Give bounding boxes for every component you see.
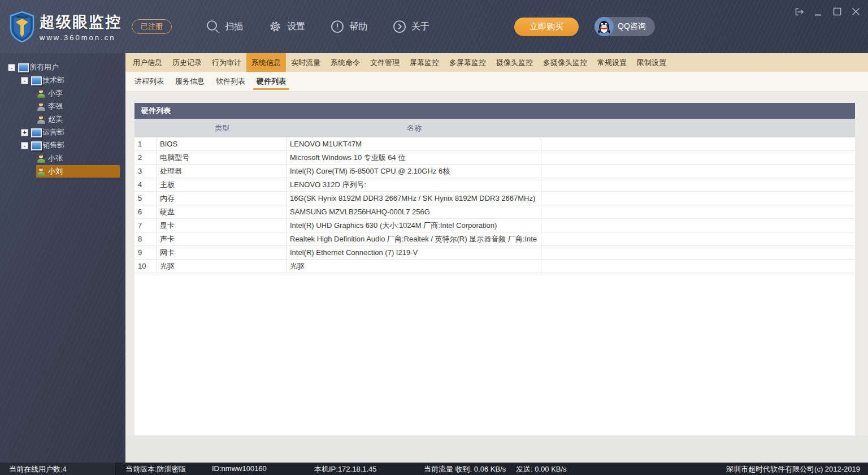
table-row[interactable]: 9 网卡 Intel(R) Ethernet Connection (7) I2… (134, 246, 855, 260)
main-tab[interactable]: 行为审计 (207, 53, 246, 72)
sub-tab[interactable]: 软件列表 (210, 72, 251, 91)
main-tab[interactable]: 系统信息 (246, 53, 286, 72)
row-number: 10 (134, 260, 157, 273)
computer-icon (31, 128, 41, 137)
status-bar: 当前在线用户数:4 当前版本:防泄密版 ID:nmww100160 本机IP:1… (0, 463, 868, 475)
header-nav: 扫描 设置 帮助 关于 (206, 19, 429, 34)
app-url: www.360mon.cn (40, 33, 121, 42)
qq-consult-button[interactable]: QQ咨询 (594, 17, 655, 36)
tree-node[interactable]: 销售部 (0, 139, 120, 152)
row-number: 5 (134, 192, 157, 205)
tree-node-label: 技术部 (42, 75, 64, 85)
hardware-list-panel: 硬件列表 类型 名称 1 BIOS LENOVO M1UKT47M (134, 103, 855, 435)
tree-expander-icon[interactable] (8, 64, 15, 71)
status-online-users: 当前在线用户数:4 (9, 464, 67, 474)
about-icon (392, 19, 407, 34)
cell-name: LENOVO 312D 序列号: (287, 178, 541, 191)
user-offline-icon (37, 115, 46, 124)
main-tab[interactable]: 常规设置 (592, 53, 632, 72)
app-window: 360eye 超级眼监控 www.360mon.cn 已注册 扫描 (0, 0, 868, 475)
table-row[interactable]: 5 内存 16G(SK Hynix 8192M DDR3 2667MHz / S… (134, 192, 855, 205)
tree-node[interactable]: 所有用户 (0, 61, 120, 74)
tree-node[interactable]: 小张 (0, 152, 120, 165)
cell-type: 光驱 (157, 260, 287, 273)
table-row[interactable]: 1 BIOS LENOVO M1UKT47M (134, 137, 855, 151)
main-tab[interactable]: 屏幕监控 (405, 53, 444, 72)
sub-tabbar: 进程列表 服务信息 软件列表 硬件列表 (125, 72, 868, 92)
tree-node-label: 小张 (48, 153, 63, 163)
tree-node-label: 销售部 (42, 140, 64, 150)
tree-node-label: 小刘 (48, 166, 63, 176)
main-tabbar: 用户信息 历史记录 行为审计 系统信息 实时流量 系统命令 文件管理 屏幕监控 … (125, 53, 868, 72)
status-traffic-received: 当前流量 收到: 0.06 KB/s (424, 464, 506, 474)
logout-icon[interactable] (795, 7, 804, 16)
row-number: 4 (134, 178, 157, 191)
svg-text:360eye: 360eye (16, 15, 28, 19)
main-tab[interactable]: 限制设置 (632, 53, 671, 72)
computer-icon (31, 76, 41, 85)
tree-expander-icon[interactable] (21, 142, 28, 149)
main-tab[interactable]: 多摄像头监控 (538, 53, 592, 72)
table-row[interactable]: 10 光驱 光驱 (134, 260, 855, 273)
column-header-type: 类型 (157, 123, 287, 133)
status-traffic-sent: 发送: 0.00 KB/s (516, 464, 567, 474)
main-tab[interactable]: 系统命令 (326, 53, 365, 72)
tree-node[interactable]: 小李 (0, 87, 120, 100)
maximize-icon[interactable] (832, 7, 841, 16)
cell-name: Intel(R) UHD Graphics 630 (大小:1024M 厂商:I… (287, 219, 541, 232)
settings-button[interactable]: 设置 (268, 19, 305, 34)
main-tab[interactable]: 历史记录 (167, 53, 207, 72)
help-button[interactable]: 帮助 (330, 19, 367, 34)
status-local-ip: 本机IP:172.18.1.45 (314, 464, 377, 474)
status-machine-id: ID:nmww100160 (212, 464, 267, 473)
tree-node[interactable]: 小刘 (0, 165, 120, 178)
table-row[interactable]: 4 主板 LENOVO 312D 序列号: (134, 178, 855, 192)
content-footer-strip (125, 435, 868, 463)
table-row[interactable]: 6 硬盘 SAMSUNG MZVLB256HAHQ-000L7 256G (134, 205, 855, 219)
status-company: 深圳市超时代软件有限公司(c) 2012-2019 (726, 464, 860, 474)
tree-node-label: 小李 (48, 88, 63, 98)
table-row[interactable]: 8 声卡 Realtek High Definition Audio 厂商:Re… (134, 232, 855, 246)
cell-type: 处理器 (157, 165, 287, 178)
status-version: 当前版本:防泄密版 (125, 464, 186, 474)
main-tab[interactable]: 用户信息 (128, 53, 167, 72)
tree-expander-icon[interactable] (21, 77, 28, 84)
tree-node[interactable]: 运营部 (0, 126, 120, 139)
user-online-icon (37, 154, 46, 163)
buy-now-button[interactable]: 立即购买 (514, 18, 579, 36)
row-number: 2 (134, 151, 157, 164)
row-number: 7 (134, 219, 157, 232)
table-row[interactable]: 3 处理器 Intel(R) Core(TM) i5-8500T CPU @ 2… (134, 165, 855, 178)
close-icon[interactable] (851, 7, 860, 16)
logo: 360eye 超级眼监控 www.360mon.cn (9, 11, 121, 42)
sub-tab[interactable]: 进程列表 (129, 72, 170, 91)
tree-node[interactable]: 技术部 (0, 74, 120, 87)
sub-tab[interactable]: 服务信息 (170, 72, 210, 91)
tree-node[interactable]: 李强 (0, 100, 120, 113)
cell-name: Realtek High Definition Audio 厂商:Realtek… (287, 232, 541, 245)
row-number: 3 (134, 165, 157, 178)
cell-type: 主板 (157, 178, 287, 191)
main-tab[interactable]: 多屏幕监控 (444, 53, 491, 72)
tree-node[interactable]: 赵美 (0, 113, 120, 126)
user-online-icon (37, 167, 46, 176)
cell-type: 显卡 (157, 219, 287, 232)
row-number: 1 (134, 137, 157, 150)
minimize-icon[interactable] (814, 7, 823, 16)
main-tab[interactable]: 实时流量 (286, 53, 326, 72)
cell-type: 内存 (157, 192, 287, 205)
sub-tab[interactable]: 硬件列表 (251, 72, 292, 91)
main-tab[interactable]: 摄像头监控 (491, 53, 538, 72)
main-tab[interactable]: 文件管理 (365, 53, 405, 72)
cell-type: 声卡 (157, 232, 287, 245)
table-row[interactable]: 7 显卡 Intel(R) UHD Graphics 630 (大小:1024M… (134, 219, 855, 232)
cell-name: 光驱 (287, 260, 541, 273)
table-row[interactable]: 2 电脑型号 Microsoft Windows 10 专业版 64 位 (134, 151, 855, 165)
panel-title: 硬件列表 (134, 103, 855, 119)
cell-type: 硬盘 (157, 205, 287, 218)
tree-expander-icon[interactable] (21, 129, 28, 136)
scan-button[interactable]: 扫描 (206, 19, 243, 34)
user-tree: 所有用户 技术部 小李 (0, 53, 120, 178)
about-button[interactable]: 关于 (392, 19, 429, 34)
table-column-header: 类型 名称 (134, 119, 855, 137)
